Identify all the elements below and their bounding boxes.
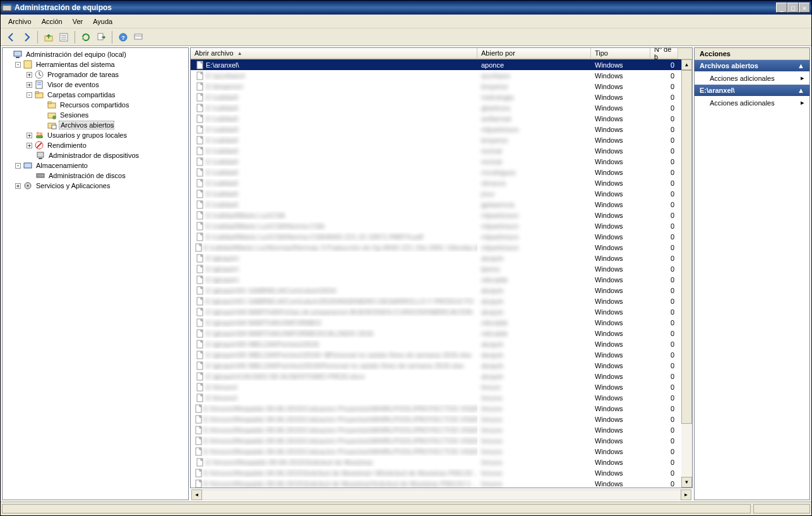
table-row[interactable]: E:\hmuno\hmuroWindows0 [191,381,692,392]
tree-node[interactable]: +Visor de eventos [4,80,187,90]
table-row[interactable]: E:\calidad\recinatWindows0 [191,145,692,156]
horizontal-scrollbar[interactable]: ◄ ► [191,489,691,500]
up-folder-button[interactable] [42,30,56,44]
table-row[interactable]: E:\gluquin\04 MARTHA\Fichas de preparaci… [191,306,692,317]
table-row[interactable]: E:\hmuno\Respaldo 09-06-2015\Cotizacion … [191,446,692,457]
scroll-right-button[interactable]: ► [681,489,691,500]
refresh-button[interactable] [79,30,93,44]
tree-expander-icon[interactable]: + [15,183,21,189]
table-row[interactable]: E:\calidad\metrologiaWindows0 [191,92,692,102]
column-header-type[interactable]: Tipo [591,48,650,59]
scroll-up-button[interactable]: ▲ [681,59,692,70]
table-row[interactable]: E:\gluquin\04 MARTHA\UNIFORMESrebcaldeWi… [191,317,692,328]
column-header-user[interactable]: Abierto por [477,48,591,59]
tree-node[interactable]: Archivos abiertos [4,120,187,130]
table-row[interactable]: E:\aranxel\aponceWindows0 [191,59,692,70]
disconnect-button[interactable] [131,30,145,44]
tree-node[interactable]: Sesiones [4,110,187,120]
table-row[interactable]: E:\gluquin\aluquinWindows0 [191,253,692,263]
scroll-left-button[interactable]: ◄ [191,489,202,500]
close-button[interactable]: ✕ [799,3,810,13]
actions-group-header[interactable]: E:\aranxel\▲ [695,85,809,96]
table-row[interactable]: E:\calidad\nbravosWindows0 [191,177,692,188]
menu-accion[interactable]: Acción [37,16,68,27]
table-row[interactable]: E:\calidad\Maria Luz\CSAmlparkinsonWindo… [191,210,692,220]
table-row[interactable]: E:\gluquin\lperezWindows0 [191,263,692,274]
file-icon [194,479,203,488]
scroll-down-button[interactable]: ▼ [681,477,692,488]
menu-ver[interactable]: Ver [68,16,88,27]
table-row[interactable]: E:\calidad\avillarrealWindows0 [191,113,692,124]
tree-node[interactable]: -Carpetas compartidas [4,90,187,100]
tree-node[interactable]: Administración de discos [4,171,187,181]
tree-node[interactable]: Recursos compartidos [4,100,187,110]
column-header-locks[interactable]: Nº de b [650,48,678,59]
forward-button[interactable] [20,30,33,44]
tree-node[interactable]: +Servicios y Aplicaciones [4,181,187,191]
table-row[interactable]: E:\calidad\mlparkinsonWindows0 [191,124,692,135]
table-row[interactable]: E:\calidad\mrodriguezWindows0 [191,167,692,177]
table-row[interactable]: E:\hmuno\Respaldo 09-06-2015\Solicitud d… [191,478,692,488]
table-row[interactable]: E:\calidad\bmperezWindows0 [191,135,692,145]
table-row[interactable]: E:\hmuno\Respaldo 09-06-2015\Cotizacion … [191,414,692,424]
scrollbar-track[interactable] [202,489,681,500]
table-row[interactable]: E:\hmuno\Respaldo 09-06-2015\Solicitud d… [191,467,692,478]
table-row[interactable]: E:\calidad\Maria Luz\CSA\Norma-CSAmlpark… [191,220,692,231]
cell-user: aluquin [477,340,591,348]
file-icon [194,286,206,295]
minimize-button[interactable]: _ [776,3,787,13]
maximize-button[interactable]: □ [787,3,799,13]
actions-group-header[interactable]: Archivos abiertos▲ [695,60,809,71]
tree-expander-icon[interactable]: + [27,143,32,148]
vertical-scrollbar[interactable]: ▲ ▼ [681,59,692,488]
tree-expander-icon[interactable]: - [27,92,32,98]
table-row[interactable]: E:\calidad\Maria Luz\Normas\Normas 1\Tra… [191,242,692,253]
properties-button[interactable] [57,30,71,44]
column-header-file[interactable]: Abrir archivo▲ [191,48,477,59]
tree-expander-icon[interactable]: - [15,163,21,169]
tree-node[interactable]: Administración del equipo (local) [4,49,187,59]
tree-node[interactable]: +Usuarios y grupos locales [4,130,187,140]
tree-node[interactable]: -Almacenamiento [4,160,187,171]
tree-expander-icon[interactable]: + [27,72,32,78]
actions-link[interactable]: Acciones adicionales▸ [695,71,809,85]
back-button[interactable] [4,30,18,44]
cell-type: Windows [591,72,650,80]
table-row[interactable]: E:\azurbano\azurbanoWindows0 [191,70,692,81]
table-row[interactable]: E:\gluquin\01 GABRIELA\Curriculum\2016al… [191,285,692,296]
table-row[interactable]: E:\gluquin\04 MARTHA\UNIFORMES\CALZADO 2… [191,328,692,339]
tree-panel[interactable]: Administración del equipo (local)-Herram… [2,47,189,500]
menu-archivo[interactable]: Archivo [3,16,37,27]
list-body[interactable]: E:\aranxel\aponceWindows0E:\azurbano\azu… [191,59,692,488]
table-row[interactable]: E:\calidad\recinatWindows0 [191,156,692,167]
table-row[interactable]: E:\hmuno\Respaldo 09-06-2015\Solicitud d… [191,457,692,467]
tree-node[interactable]: Administrador de dispositivos [4,150,187,160]
table-row[interactable]: E:\calidad\jmurWindows0 [191,188,692,199]
table-row[interactable]: E:\gluquin\rebcaldeWindows0 [191,274,692,285]
table-row[interactable]: E:\gluquin\01 GABRIELA\Curriculum\2016\I… [191,296,692,306]
table-row[interactable]: E:\hmuno\hmunoWindows0 [191,392,692,403]
export-button[interactable] [94,30,108,44]
table-row[interactable]: E:\calidad\gbarbozaWindows0 [191,102,692,113]
table-row[interactable]: E:\gluquin\05 IMELDA\Premios\2016\Person… [191,360,692,371]
table-row[interactable]: E:\calidad\gplasenciaWindows0 [191,199,692,210]
table-row[interactable]: E:\gluquin\05 IMELDA\Premios\2016aluquin… [191,339,692,349]
scrollbar-thumb[interactable] [681,70,692,424]
tree-expander-icon[interactable]: - [15,62,21,68]
table-row[interactable]: E:\gluquin\05 IMELDA\Premios\2016\~$Pers… [191,349,692,360]
tree-node[interactable]: +Rendimiento [4,140,187,150]
help-button[interactable]: ? [116,30,130,44]
menu-ayuda[interactable]: Ayuda [88,16,117,27]
table-row[interactable]: E:\bmperez\bmperezWindows0 [191,81,692,92]
tree-expander-icon[interactable]: + [27,133,32,138]
actions-link[interactable]: Acciones adicionales▸ [695,96,809,109]
table-row[interactable]: E:\hmuno\Respaldo 09-06-2015\Cotizacion … [191,424,692,435]
cell-file: E:\hmuno\Respaldo 09-06-2015\Solicitud d… [203,469,477,477]
tree-node[interactable]: +Programador de tareas [4,69,187,80]
tree-expander-icon[interactable]: + [27,82,32,88]
tree-node[interactable]: -Herramientas del sistema [4,59,187,69]
table-row[interactable]: E:\hmuno\Respaldo 09-06-2015\Cotizacion … [191,403,692,414]
table-row[interactable]: E:\gluquin\CAUSAS DE AUSENTISMO PROD.doc… [191,371,692,381]
table-row[interactable]: E:\calidad\Maria Luz\CSA\Norma-CSA\ANSI … [191,231,692,242]
table-row[interactable]: E:\hmuno\Respaldo 09-06-2015\Cotizacion … [191,435,692,446]
